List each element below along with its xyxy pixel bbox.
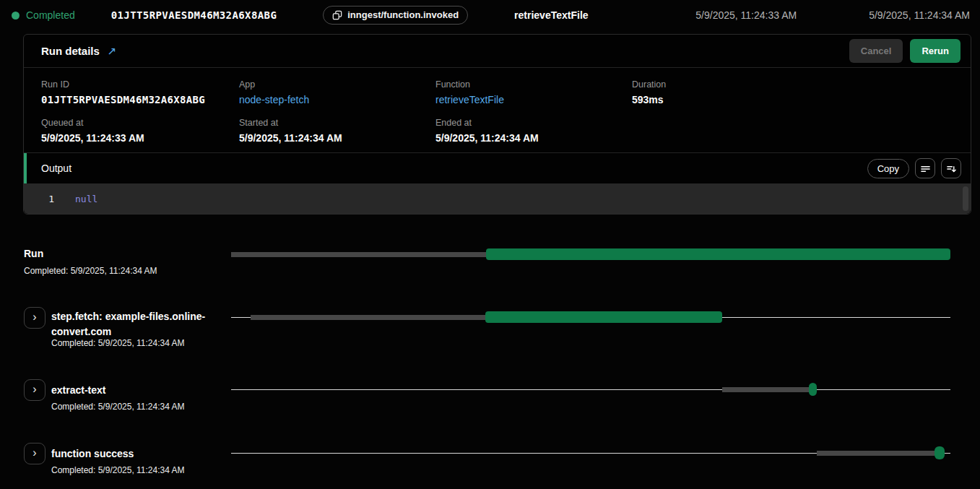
rerun-button[interactable]: Rerun (910, 39, 961, 63)
queued-timestamp: 5/9/2025, 11:24:33 AM (695, 9, 797, 21)
output-value: null (75, 194, 97, 204)
field-label: Started at (239, 118, 435, 129)
field-label: Run ID (41, 79, 239, 90)
output-title: Output (41, 163, 71, 174)
execution-segment[interactable] (485, 311, 723, 323)
field-value: 5/9/2025, 11:24:34 AM (239, 131, 435, 144)
queue-wait-segment (231, 252, 486, 257)
app-link[interactable]: node-step-fetch (239, 93, 435, 106)
output-accent-bar (24, 153, 27, 183)
expand-extract-text-button[interactable]: › (24, 379, 45, 401)
code-scrollbar[interactable] (963, 186, 968, 211)
expand-function-success-button[interactable]: › (24, 443, 45, 464)
execution-segment[interactable] (486, 248, 950, 260)
run-details-panel: Run details ↗ Cancel Rerun Run ID 01JTT5… (23, 34, 971, 215)
trace-row-run-completed: Completed: 5/9/2025, 11:24:34 AM (24, 266, 157, 276)
trace-row-extract-text-name: extract-text (51, 383, 105, 398)
field-value: 01JTT5RPVAESDM46M32A6X8ABG (41, 93, 239, 106)
queue-wait-segment (817, 451, 935, 456)
run-details-header: Run details ↗ Cancel Rerun (24, 35, 971, 68)
field-value: 5/9/2025, 11:24:34 AM (435, 131, 632, 144)
field-ended-at: Ended at 5/9/2025, 11:24:34 AM (435, 118, 632, 144)
queue-wait-segment (251, 315, 485, 320)
output-section-header: Output Copy (24, 152, 971, 183)
trace-row-extract-text-track (231, 383, 950, 396)
field-label: Duration (632, 79, 953, 90)
queue-wait-segment (722, 387, 809, 392)
trace-row-extract-text-completed: Completed: 5/9/2025, 11:24:34 AM (51, 402, 185, 412)
wrap-text-icon (920, 163, 931, 174)
external-link-icon[interactable]: ↗ (108, 45, 117, 58)
field-label: Function (435, 79, 632, 90)
event-badge[interactable]: inngest/function.invoked (323, 6, 468, 25)
status-completed-icon (12, 12, 19, 20)
run-details-fields: Run ID 01JTT5RPVAESDM46M32A6X8ABG App no… (24, 68, 971, 144)
field-duration: Duration 593ms (632, 79, 953, 106)
run-status-bar: Completed 01JTT5RPVAESDM46M32A6X8ABG inn… (0, 0, 980, 30)
field-label: Queued at (41, 118, 239, 129)
trace-row-function-success-name: function success (51, 446, 134, 462)
output-code-block: 1 null (24, 183, 971, 214)
trace-row-step-fetch-completed: Completed: 5/9/2025, 11:24:34 AM (51, 338, 185, 348)
copy-output-button[interactable]: Copy (867, 159, 909, 178)
status-label: Completed (26, 9, 75, 21)
field-app: App node-step-fetch (239, 79, 435, 106)
field-label: Ended at (435, 118, 632, 129)
execution-segment[interactable] (809, 383, 817, 396)
trace-row-run-name: Run (24, 246, 43, 261)
trace-row-step-fetch-name: step.fetch: example-files.online-convert… (51, 309, 225, 339)
panel-title: Run details (41, 45, 100, 57)
run-id: 01JTT5RPVAESDM46M32A6X8ABG (111, 9, 277, 21)
field-label: App (239, 79, 435, 90)
trace-row-function-success-completed: Completed: 5/9/2025, 11:24:34 AM (51, 465, 185, 475)
field-value: 5/9/2025, 11:24:33 AM (41, 131, 239, 144)
field-started-at: Started at 5/9/2025, 11:24:34 AM (239, 118, 435, 144)
trace-row-function-success-track (231, 446, 950, 459)
execution-segment[interactable] (935, 446, 945, 459)
copy-icon (332, 10, 342, 20)
expand-step-fetch-button[interactable]: › (24, 307, 45, 329)
trace-row-run-track (231, 248, 950, 261)
wrap-text-button[interactable] (915, 158, 935, 178)
function-name: retrieveTextFile (514, 9, 588, 21)
cancel-button[interactable]: Cancel (849, 39, 903, 63)
field-function: Function retrieveTextFile (435, 79, 632, 106)
field-queued-at: Queued at 5/9/2025, 11:24:33 AM (41, 118, 239, 144)
event-badge-label: inngest/function.invoked (347, 9, 459, 20)
field-value: 593ms (632, 93, 953, 106)
scroll-to-bottom-button[interactable] (941, 158, 961, 178)
timeline-baseline (231, 389, 950, 390)
line-number: 1 (24, 194, 54, 204)
scroll-to-bottom-icon (946, 163, 957, 174)
function-link[interactable]: retrieveTextFile (435, 93, 632, 106)
started-timestamp: 5/9/2025, 11:24:34 AM (869, 9, 970, 21)
trace-row-step-fetch-track (231, 311, 950, 324)
field-run-id: Run ID 01JTT5RPVAESDM46M32A6X8ABG (41, 79, 239, 106)
